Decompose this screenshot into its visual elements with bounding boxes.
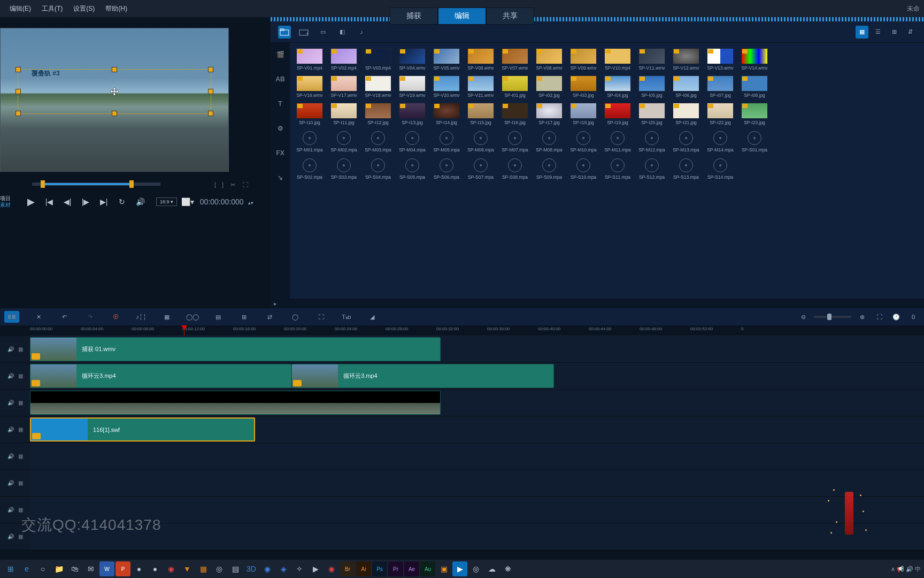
lib-category-text[interactable]: T: [274, 97, 287, 110]
trim-in-handle[interactable]: [41, 180, 45, 188]
library-item[interactable]: SP-S09.mpa: [534, 157, 565, 181]
library-item[interactable]: SP-I15.jpg: [465, 103, 496, 127]
library-item[interactable]: SP-I17.jpg: [534, 103, 565, 127]
library-item[interactable]: SP-V09.wmv: [568, 48, 599, 72]
library-item[interactable]: SP-M12.mpa: [636, 130, 667, 154]
app-icon-2[interactable]: ●: [148, 561, 163, 576]
sort-icon[interactable]: ⇵: [904, 26, 917, 39]
trim-bar[interactable]: [ ] ✂ ⛶: [0, 182, 253, 189]
lib-category-transition[interactable]: AB: [274, 73, 287, 86]
app-icon-9[interactable]: ◉: [260, 561, 275, 576]
ai-icon[interactable]: Ai: [356, 561, 371, 576]
app-icon-10[interactable]: ◈: [276, 561, 291, 576]
mode-tab-1[interactable]: 编辑: [438, 7, 486, 25]
resize-icon[interactable]: ⬜▾: [180, 194, 195, 209]
app-icon-16[interactable]: ☁: [484, 561, 499, 576]
library-item[interactable]: SP-I08.jpg: [739, 75, 770, 100]
library-item[interactable]: SP-V01.mp4: [294, 48, 325, 72]
app-icon-11[interactable]: ✧: [292, 561, 307, 576]
lib-category-media[interactable]: 🎬: [274, 48, 287, 61]
app-icon-5[interactable]: ▦: [196, 561, 211, 576]
lock-icon[interactable]: ▦: [18, 453, 23, 459]
library-item[interactable]: SP-V02.mp4: [328, 48, 359, 72]
store-icon[interactable]: 🛍: [67, 561, 82, 576]
edge-icon[interactable]: e: [19, 561, 34, 576]
library-item[interactable]: SP-S02.mpa: [294, 157, 325, 181]
paint-icon[interactable]: ◢: [366, 310, 379, 323]
templates-icon[interactable]: ▤: [212, 310, 225, 323]
library-item[interactable]: SP-S05.mpa: [397, 157, 428, 181]
library-item[interactable]: SP-V12.wmv: [671, 48, 702, 72]
mode-tab-0[interactable]: 捕获: [390, 7, 438, 25]
track-lane[interactable]: [30, 470, 924, 496]
speed-icon[interactable]: ⇄: [263, 310, 276, 323]
track-lane[interactable]: 循环云3.mp4循环云3.mp4: [30, 363, 924, 389]
library-item[interactable]: SP-V07.wmv: [499, 48, 530, 72]
bridge-icon[interactable]: Br: [340, 561, 355, 576]
word-icon[interactable]: W: [99, 561, 114, 576]
app-icon-12[interactable]: ▶: [308, 561, 323, 576]
library-item[interactable]: SP-M05.mpa: [431, 130, 462, 154]
library-item[interactable]: SP-V10.mp4: [602, 48, 633, 72]
app-icon-6[interactable]: ◎: [212, 561, 227, 576]
lib-category-graphics[interactable]: ⚙: [274, 122, 287, 135]
menu-2[interactable]: 设置(S): [68, 2, 100, 16]
auto-music-icon[interactable]: ▦: [160, 310, 173, 323]
library-item[interactable]: SP-I13.jpg: [397, 103, 428, 127]
loop-button[interactable]: ↻: [114, 194, 129, 209]
library-item[interactable]: SP-S07.mpa: [465, 157, 496, 181]
track-lane[interactable]: [30, 523, 924, 550]
timeline-clip[interactable]: 循环云3.mp4: [30, 364, 291, 388]
end-button[interactable]: ▶|: [96, 194, 111, 209]
mute-icon[interactable]: 🔊: [7, 480, 14, 486]
library-item[interactable]: SP-V04.wmv: [397, 48, 428, 72]
ps-icon[interactable]: Ps: [372, 561, 387, 576]
storyboard-view-button[interactable]: [4, 311, 19, 323]
redo-button[interactable]: ↷: [83, 310, 96, 323]
lock-icon[interactable]: ▦: [18, 346, 23, 352]
library-item[interactable]: SP-M06.mpa: [465, 130, 496, 154]
fit-project-icon[interactable]: ⛶: [873, 310, 886, 323]
start-icon[interactable]: ⊞: [3, 561, 18, 576]
markin-icon[interactable]: [: [214, 181, 216, 188]
mute-icon[interactable]: 🔊: [7, 534, 14, 539]
timecode[interactable]: 00:00:00:000 ▴▾: [200, 197, 253, 206]
library-item[interactable]: SP-M02.mpa: [328, 130, 359, 154]
multi-trim-icon[interactable]: ◯◯: [186, 310, 199, 323]
timer-icon[interactable]: 🕐: [890, 310, 903, 323]
library-item[interactable]: SP-M14.mpa: [705, 130, 736, 154]
library-item[interactable]: SP-M04.mpa: [397, 130, 428, 154]
mail-icon[interactable]: ✉: [83, 561, 98, 576]
library-item[interactable]: SP-I01.jpg: [499, 75, 530, 100]
library-item[interactable]: SP-I04.jpg: [602, 75, 633, 100]
3d-title-icon[interactable]: T₃ᴅ: [340, 310, 353, 323]
library-item[interactable]: SP-S03.mpa: [328, 157, 359, 181]
timeline-clip[interactable]: 捕获 01.wmv: [30, 337, 441, 361]
preview-video[interactable]: 覆叠轨 #3: [0, 28, 229, 172]
library-item[interactable]: SP-I07.jpg: [705, 75, 736, 100]
timeline-clip[interactable]: 循环云3.mp4: [291, 364, 554, 388]
menu-0[interactable]: 编辑(E): [4, 2, 36, 16]
library-item[interactable]: SP-I19.jpg: [602, 103, 633, 127]
mute-icon[interactable]: 🔊: [7, 427, 14, 432]
app-icon-15[interactable]: ◎: [468, 561, 483, 576]
library-item[interactable]: SP-S10.mpa: [568, 157, 599, 181]
library-item[interactable]: SP-I18.jpg: [568, 103, 599, 127]
trim-out-handle[interactable]: [129, 180, 134, 188]
library-item[interactable]: SP-V03.mp4: [363, 48, 394, 72]
library-item[interactable]: SP-I22.jpg: [705, 103, 736, 127]
library-item[interactable]: SP-I02.jpg: [534, 75, 565, 100]
mask-icon[interactable]: ◯: [289, 310, 302, 323]
lib-category-path[interactable]: ↘: [274, 171, 287, 184]
mode-tab-2[interactable]: 共享: [486, 7, 534, 25]
cortana-icon[interactable]: ○: [35, 561, 50, 576]
markout-icon[interactable]: ]: [222, 181, 224, 188]
lib-folder-icon[interactable]: [278, 26, 291, 39]
library-item[interactable]: SP-M03.mpa: [363, 130, 394, 154]
library-item[interactable]: SP-V14.wmv: [739, 48, 770, 72]
app-icon-3[interactable]: ◉: [164, 561, 179, 576]
track-lane[interactable]: [30, 443, 924, 469]
lib-video-icon[interactable]: ▭: [317, 26, 329, 39]
home-button[interactable]: |◀: [42, 194, 57, 209]
prev-frame-button[interactable]: ◀|: [60, 194, 75, 209]
